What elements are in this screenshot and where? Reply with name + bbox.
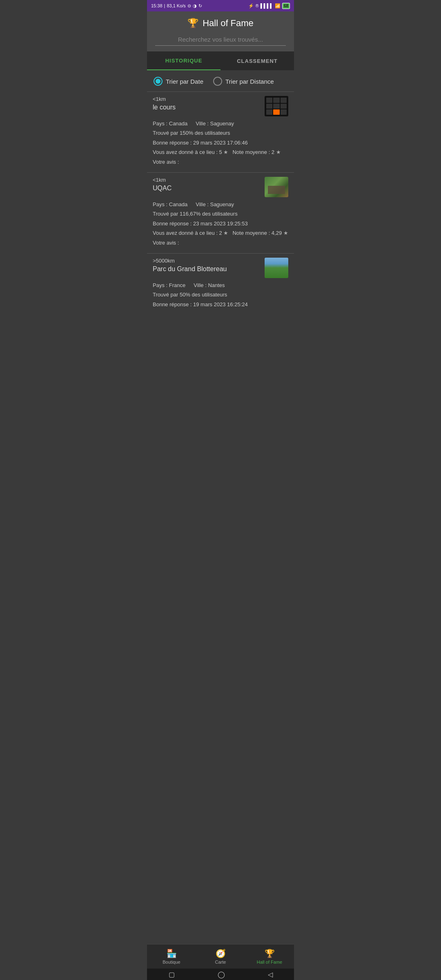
refresh-icon: ↻ xyxy=(198,3,202,9)
wifi-icon: 📶 xyxy=(275,3,281,9)
bonne-reponse-parc: Bonne réponse : 19 mars 2023 16:25:24 xyxy=(153,300,288,309)
data-speed-value: 83,1 Ko/s xyxy=(167,3,185,8)
ville-cours: Ville : Saguenay xyxy=(196,119,234,128)
search-container xyxy=(147,33,294,51)
location-card-le-cours: <1km le cours Pays : Canada xyxy=(147,91,294,172)
card-header-left-cours: <1km le cours xyxy=(153,96,176,111)
distance-uqac: <1km xyxy=(153,177,172,183)
location-card-uqac: <1km UQAC Pays : Canada Ville : Saguenay… xyxy=(147,172,294,253)
card-info-uqac: Pays : Canada Ville : Saguenay Trouvé pa… xyxy=(153,200,288,247)
info-row-pays-uqac: Pays : Canada Ville : Saguenay xyxy=(153,200,288,209)
time: 15:38 xyxy=(151,3,163,8)
bonne-reponse-cours: Bonne réponse : 29 mars 2023 17:06:46 xyxy=(153,138,288,147)
sync-icon: ◑ xyxy=(193,3,197,9)
sort-distance-label: Trier par Distance xyxy=(225,78,274,85)
name-uqac: UQAC xyxy=(153,185,172,192)
status-right: ⚡ ® ▌▌▌▌ 📶 68 xyxy=(248,3,290,9)
status-bar: 15:38 | 83,1 Ko/s ⊝ ◑ ↻ ⚡ ® ▌▌▌▌ 📶 68 xyxy=(147,0,294,11)
name-parc: Parc du Grand Blottereau xyxy=(153,265,227,273)
thumb-uqac[interactable] xyxy=(265,177,288,197)
card-header-uqac: <1km UQAC xyxy=(153,177,288,197)
card-header-cours: <1km le cours xyxy=(153,96,288,116)
card-header-parc: >5000km Parc du Grand Blottereau xyxy=(153,258,288,278)
info-row-pays-parc: Pays : France Ville : Nantes xyxy=(153,281,288,290)
card-info-parc: Pays : France Ville : Nantes Trouvé par … xyxy=(153,281,288,309)
card-header-left-parc: >5000km Parc du Grand Blottereau xyxy=(153,258,227,273)
note-moyenne-uqac: Note moyenne : 4,29 ★ xyxy=(232,228,288,238)
location-card-parc: >5000km Parc du Grand Blottereau Pays : … xyxy=(147,253,294,315)
bonne-reponse-uqac: Bonne réponse : 23 mars 2023 19:25:53 xyxy=(153,219,288,228)
storage-icon: ⊝ xyxy=(187,3,191,9)
bluetooth-icon: ⚡ xyxy=(248,3,254,9)
trouve-par-cours: Trouvé par 150% des utilisateurs xyxy=(153,128,288,138)
pays-uqac: Pays : Canada xyxy=(153,200,187,209)
votre-avis-cours: Votre avis : xyxy=(153,157,288,167)
content-area: Trier par Date Trier par Distance <1km l… xyxy=(147,70,294,352)
info-row-pays-cours: Pays : Canada Ville : Saguenay xyxy=(153,119,288,128)
star-user-uqac: ★ xyxy=(223,230,228,236)
search-input[interactable] xyxy=(155,33,286,46)
vote-user-cours: Vous avez donné à ce lieu : 5 ★ xyxy=(153,147,228,157)
battery-indicator: 68 xyxy=(282,3,290,9)
app-title-container: 🏆 Hall of Fame xyxy=(151,18,290,29)
sort-distance-radio[interactable] xyxy=(213,77,222,86)
thumb-parc-img xyxy=(265,258,288,278)
trouve-par-uqac: Trouvé par 116,67% des utilisateurs xyxy=(153,209,288,218)
thumb-parc[interactable] xyxy=(265,258,288,278)
thumb-cours[interactable] xyxy=(265,96,288,116)
trophy-icon: 🏆 xyxy=(187,18,198,29)
ville-parc: Ville : Nantes xyxy=(194,281,225,290)
data-speed: | xyxy=(164,3,165,8)
status-left: 15:38 | 83,1 Ko/s ⊝ ◑ ↻ xyxy=(151,3,202,9)
ville-uqac: Ville : Saguenay xyxy=(196,200,234,209)
votre-avis-uqac: Votre avis : xyxy=(153,238,288,247)
note-moyenne-cours: Note moyenne : 2 ★ xyxy=(232,147,281,157)
pays-cours: Pays : Canada xyxy=(153,119,187,128)
pays-parc: Pays : France xyxy=(153,281,185,290)
name-cours: le cours xyxy=(153,104,176,111)
distance-cours: <1km xyxy=(153,96,176,102)
sort-options: Trier par Date Trier par Distance xyxy=(147,70,294,91)
sort-by-distance-option[interactable]: Trier par Distance xyxy=(213,77,274,86)
thumb-uqac-img xyxy=(265,177,288,197)
sort-by-date-option[interactable]: Trier par Date xyxy=(154,77,203,86)
tabs-container: HISTORIQUE CLASSEMENT xyxy=(147,51,294,70)
star-user-cours: ★ xyxy=(223,149,228,155)
tab-historique[interactable]: HISTORIQUE xyxy=(147,51,220,70)
signal-icon: ▌▌▌▌ xyxy=(261,3,273,8)
thumb-cours-img xyxy=(265,96,288,116)
sort-date-radio[interactable] xyxy=(154,77,163,86)
card-header-left-uqac: <1km UQAC xyxy=(153,177,172,192)
tab-classement[interactable]: CLASSEMENT xyxy=(220,51,294,70)
app-header: 🏆 Hall of Fame xyxy=(147,11,294,33)
star-avg-uqac: ★ xyxy=(283,230,288,236)
star-avg-cours: ★ xyxy=(276,149,281,155)
card-info-cours: Pays : Canada Ville : Saguenay Trouvé pa… xyxy=(153,119,288,167)
vote-user-uqac: Vous avez donné à ce lieu : 2 ★ xyxy=(153,228,228,238)
app-title: Hall of Fame xyxy=(203,18,254,29)
distance-parc: >5000km xyxy=(153,258,227,264)
stars-row-uqac: Vous avez donné à ce lieu : 2 ★ Note moy… xyxy=(153,228,288,238)
registered-icon: ® xyxy=(256,3,259,8)
trouve-par-parc: Trouvé par 50% des utilisateurs xyxy=(153,290,288,299)
stars-row-cours: Vous avez donné à ce lieu : 5 ★ Note moy… xyxy=(153,147,288,157)
sort-date-label: Trier par Date xyxy=(166,78,203,85)
